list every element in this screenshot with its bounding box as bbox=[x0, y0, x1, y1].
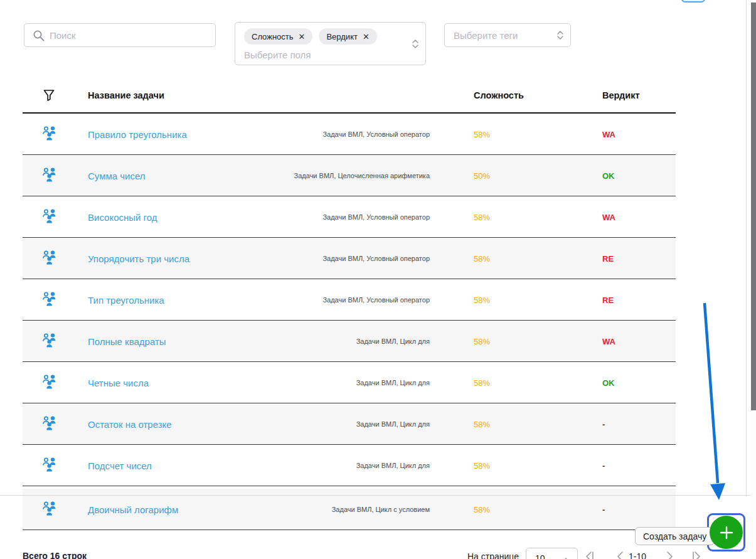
pagination-last-button[interactable] bbox=[690, 550, 703, 559]
group-icon bbox=[41, 125, 58, 143]
task-name-link[interactable]: Подсчет чисел bbox=[88, 460, 152, 471]
task-tags: Задачи ВМЛ, Цикл для bbox=[356, 420, 430, 428]
task-verdict: - bbox=[602, 461, 605, 470]
fields-multiselect[interactable]: Сложность ✕ Вердикт ✕ Выберите поля bbox=[235, 22, 426, 65]
table-row[interactable]: Упорядочить три числа Задачи ВМЛ, Условн… bbox=[23, 238, 676, 279]
selected-field-chips: Сложность ✕ Вердикт ✕ bbox=[244, 28, 407, 45]
total-rows-label: Всего 16 строк bbox=[23, 551, 87, 559]
task-difficulty: 58% bbox=[474, 461, 490, 470]
task-difficulty: 58% bbox=[474, 419, 490, 429]
tags-placeholder: Выберите теги bbox=[454, 30, 518, 41]
task-difficulty: 58% bbox=[474, 378, 490, 387]
pagination-next-button[interactable] bbox=[663, 550, 675, 559]
task-tags: Задачи ВМЛ, Условный оператор bbox=[322, 255, 430, 262]
scrollbar-thumb[interactable] bbox=[751, 3, 756, 410]
table-row[interactable]: Подсчет чисел Задачи ВМЛ, Цикл для 58% - bbox=[23, 445, 676, 486]
table-row[interactable]: Тип треугольника Задачи ВМЛ, Условный оп… bbox=[23, 279, 676, 321]
task-name-link[interactable]: Полные квадраты bbox=[88, 336, 166, 346]
create-task-tooltip: Создать задачу bbox=[635, 527, 715, 545]
task-tags: Задачи ВМЛ, Цикл для bbox=[356, 379, 430, 386]
task-name-link[interactable]: Тип треугольника bbox=[88, 294, 164, 305]
task-tags: Задачи ВМЛ, Цикл для bbox=[356, 462, 430, 469]
task-difficulty: 58% bbox=[474, 129, 490, 139]
tasks-table: Название задачи Сложность Вердикт bbox=[23, 78, 676, 530]
chevron-updown-icon[interactable] bbox=[556, 30, 564, 40]
task-verdict: RE bbox=[602, 295, 614, 304]
task-difficulty: 58% bbox=[474, 336, 490, 346]
task-name-link[interactable]: Правило треугольника bbox=[88, 129, 187, 139]
task-name-link[interactable]: Високосный год bbox=[88, 211, 157, 222]
task-verdict: OK bbox=[602, 378, 615, 387]
frame-bottom-border bbox=[0, 495, 756, 496]
task-tags: Задачи ВМЛ, Условный оператор bbox=[322, 296, 430, 304]
task-difficulty: 58% bbox=[474, 504, 490, 514]
tags-select[interactable]: Выберите теги bbox=[444, 23, 571, 47]
create-task-button[interactable] bbox=[710, 516, 743, 549]
task-verdict: OK bbox=[602, 171, 615, 180]
group-icon bbox=[41, 250, 58, 267]
task-name-link[interactable]: Остаток на отрезке bbox=[88, 418, 172, 429]
task-name-link[interactable]: Четные числа bbox=[88, 377, 149, 388]
pagination-range-label: 1-10 bbox=[629, 551, 646, 559]
task-verdict: WA bbox=[602, 336, 615, 346]
search-input[interactable] bbox=[50, 24, 210, 46]
pagination-first-button[interactable] bbox=[583, 550, 596, 559]
task-tags: Задачи ВМЛ, Целочисленная арифметика bbox=[294, 172, 430, 179]
tasks-page: Сложность ✕ Вердикт ✕ Выберите поля Выбе… bbox=[0, 0, 756, 559]
task-tags: Задачи ВМЛ, Условный оператор bbox=[322, 130, 430, 138]
task-name-link[interactable]: Сумма чисел bbox=[88, 170, 146, 181]
task-tags: Задачи ВМЛ, Условный оператор bbox=[322, 213, 430, 221]
group-icon bbox=[41, 415, 58, 433]
group-icon bbox=[41, 333, 58, 350]
frame-right-border bbox=[746, 0, 747, 496]
search-icon bbox=[33, 29, 45, 42]
search-box[interactable] bbox=[24, 23, 216, 47]
group-icon bbox=[41, 457, 58, 474]
chip-verdict-label: Вердикт bbox=[326, 32, 357, 41]
table-row[interactable]: Правило треугольника Задачи ВМЛ, Условны… bbox=[23, 114, 676, 155]
group-icon bbox=[41, 167, 58, 184]
annotation-arrow bbox=[690, 295, 734, 508]
task-name-link[interactable]: Упорядочить три числа bbox=[88, 253, 189, 264]
task-difficulty: 58% bbox=[474, 212, 490, 221]
column-header-difficulty: Сложность bbox=[474, 90, 524, 100]
per-page-label: На странице bbox=[467, 551, 519, 559]
task-verdict: RE bbox=[602, 253, 614, 263]
task-name-link[interactable]: Двоичный логарифм bbox=[88, 504, 178, 514]
tooltip-text: Создать задачу bbox=[643, 531, 706, 541]
chip-verdict-remove-icon[interactable]: ✕ bbox=[363, 33, 370, 41]
chip-difficulty[interactable]: Сложность ✕ bbox=[244, 28, 312, 45]
table-row[interactable]: Остаток на отрезке Задачи ВМЛ, Цикл для … bbox=[23, 403, 676, 445]
fields-placeholder: Выберите поля bbox=[244, 50, 407, 60]
table-row[interactable]: Четные числа Задачи ВМЛ, Цикл для 58% OK bbox=[23, 362, 676, 403]
plus-icon bbox=[718, 524, 735, 541]
chip-verdict[interactable]: Вердикт ✕ bbox=[319, 28, 376, 45]
column-header-name: Название задачи bbox=[88, 90, 164, 100]
per-page-select[interactable]: 10 bbox=[526, 548, 578, 559]
chip-difficulty-label: Сложность bbox=[252, 32, 294, 41]
task-difficulty: 58% bbox=[474, 253, 490, 263]
task-verdict: - bbox=[602, 504, 605, 514]
task-verdict: - bbox=[602, 419, 605, 429]
task-difficulty: 50% bbox=[474, 171, 490, 180]
group-icon bbox=[41, 374, 58, 391]
task-verdict: WA bbox=[602, 212, 615, 221]
group-icon bbox=[41, 291, 58, 309]
group-icon bbox=[41, 208, 58, 226]
table-row[interactable]: Полные квадраты Задачи ВМЛ, Цикл для 58%… bbox=[23, 321, 676, 362]
clipped-button-fragment bbox=[681, 0, 705, 3]
task-table-body: Правило треугольника Задачи ВМЛ, Условны… bbox=[23, 114, 676, 530]
chip-difficulty-remove-icon[interactable]: ✕ bbox=[299, 33, 306, 41]
task-tags: Задачи ВМЛ, Цикл для bbox=[356, 338, 430, 345]
chevron-updown-icon[interactable] bbox=[412, 39, 419, 49]
column-header-verdict: Вердикт bbox=[602, 90, 640, 100]
table-row[interactable]: Сумма чисел Задачи ВМЛ, Целочисленная ар… bbox=[23, 155, 676, 196]
table-header: Название задачи Сложность Вердикт bbox=[23, 78, 676, 114]
task-difficulty: 58% bbox=[474, 295, 490, 304]
filter-funnel-icon[interactable] bbox=[43, 89, 55, 102]
group-icon bbox=[41, 501, 58, 518]
table-row[interactable]: Високосный год Задачи ВМЛ, Условный опер… bbox=[23, 196, 676, 238]
per-page-value: 10 bbox=[535, 553, 545, 559]
task-verdict: WA bbox=[602, 129, 615, 139]
pagination-prev-button[interactable] bbox=[615, 550, 627, 559]
